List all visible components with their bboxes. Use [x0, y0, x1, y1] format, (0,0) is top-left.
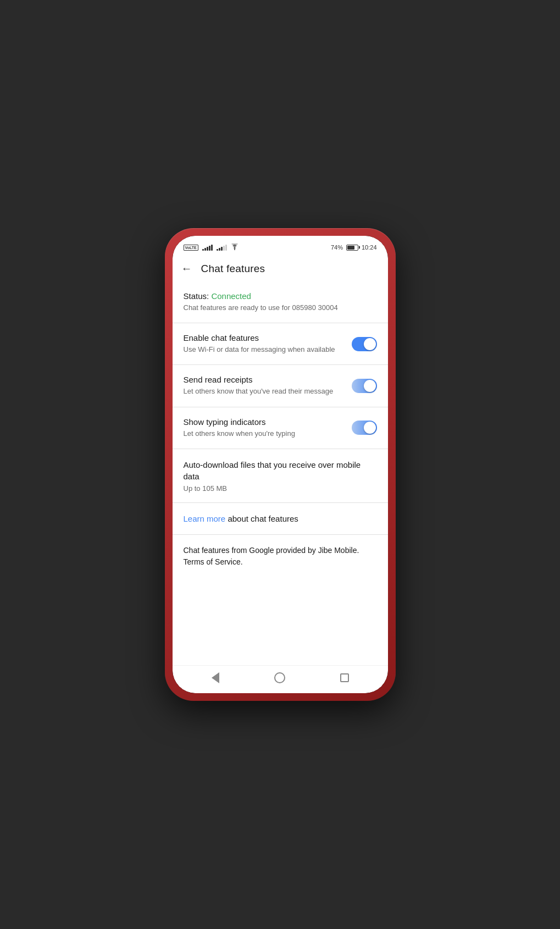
signal-bars-1: [202, 245, 213, 251]
wifi-icon: [230, 244, 239, 252]
typing-indicators-row: Show typing indicators Let others know w…: [184, 417, 377, 439]
signal-group-1: [201, 245, 213, 251]
recent-nav-button[interactable]: [338, 671, 351, 684]
typing-indicators-title: Show typing indicators: [184, 417, 343, 427]
enable-chat-row: Enable chat features Use Wi-Fi or data f…: [184, 333, 377, 355]
clock: 10:24: [362, 244, 377, 251]
signal-bar: [207, 247, 208, 251]
toggle-knob: [364, 422, 376, 434]
read-receipts-title: Send read receipts: [184, 375, 343, 384]
read-receipts-desc: Let others know that you've read their m…: [184, 386, 343, 396]
back-button[interactable]: ←: [181, 262, 192, 275]
learn-more-rest: about chat features: [225, 514, 298, 523]
status-connected-text: Connected: [211, 291, 251, 301]
nav-bar: [173, 665, 388, 693]
enable-chat-section: Enable chat features Use Wi-Fi or data f…: [173, 323, 388, 365]
read-receipts-section: Send read receipts Let others know that …: [173, 365, 388, 407]
phone-frame: VoLTE: [165, 228, 396, 701]
footer-text: Chat features from Google provided by Ji…: [184, 545, 377, 568]
read-receipts-text: Send read receipts Let others know that …: [184, 375, 352, 396]
signal-bar: [204, 248, 206, 251]
status-bar: VoLTE: [173, 236, 388, 256]
learn-more-section: Learn more about chat features: [173, 503, 388, 535]
signal-bar: [223, 246, 225, 251]
battery-percent: 74%: [331, 244, 343, 251]
screen-content: VoLTE: [173, 236, 388, 693]
typing-indicators-toggle[interactable]: [352, 421, 377, 435]
svg-point-0: [234, 249, 235, 250]
auto-download-section[interactable]: Auto-download files that you receive ove…: [173, 449, 388, 503]
signal-bar: [225, 245, 227, 251]
read-receipts-row: Send read receipts Let others know that …: [184, 375, 377, 396]
signal-bar: [221, 247, 223, 251]
status-section: Status: Connected Chat features are read…: [173, 281, 388, 323]
app-bar: ← Chat features: [173, 256, 388, 281]
learn-more-link[interactable]: Learn more: [184, 514, 226, 523]
battery-icon: [346, 245, 358, 251]
signal-bars-2: [217, 245, 227, 251]
page-title: Chat features: [201, 263, 265, 275]
toggle-knob: [364, 338, 376, 350]
auto-download-title: Auto-download files that you receive ove…: [184, 459, 377, 482]
signal-bar: [219, 248, 220, 251]
status-bar-right: 74% 10:24: [331, 244, 377, 251]
home-nav-button[interactable]: [273, 671, 286, 684]
toggle-knob: [364, 380, 376, 392]
typing-indicators-section: Show typing indicators Let others know w…: [173, 407, 388, 449]
back-nav-icon: [212, 672, 219, 683]
enable-chat-text: Enable chat features Use Wi-Fi or data f…: [184, 333, 352, 355]
enable-chat-title: Enable chat features: [184, 333, 343, 342]
read-receipts-toggle[interactable]: [352, 379, 377, 393]
enable-chat-desc: Use Wi-Fi or data for messaging when ava…: [184, 345, 343, 355]
phone-screen: VoLTE: [173, 236, 388, 693]
signal-bar: [217, 249, 218, 251]
signal-bar: [209, 246, 210, 251]
home-nav-icon: [274, 672, 285, 683]
volte-icon: VoLTE: [184, 245, 198, 251]
content-area: Status: Connected Chat features are read…: [173, 281, 388, 665]
recent-nav-icon: [340, 673, 349, 682]
status-description: Chat features are ready to use for 08598…: [184, 303, 377, 313]
typing-indicators-text: Show typing indicators Let others know w…: [184, 417, 352, 439]
typing-indicators-desc: Let others know when you're typing: [184, 429, 343, 439]
footer-section: Chat features from Google provided by Ji…: [173, 535, 388, 578]
signal-bar: [211, 245, 213, 251]
learn-more-text: Learn more about chat features: [184, 513, 377, 524]
back-nav-button[interactable]: [209, 671, 222, 684]
signal-bar: [202, 249, 204, 251]
status-bar-left: VoLTE: [184, 244, 239, 252]
auto-download-desc: Up to 105 MB: [184, 484, 377, 493]
signal-group-2: [215, 245, 227, 251]
status-label: Status: Connected: [184, 291, 377, 301]
enable-chat-toggle[interactable]: [352, 337, 377, 351]
